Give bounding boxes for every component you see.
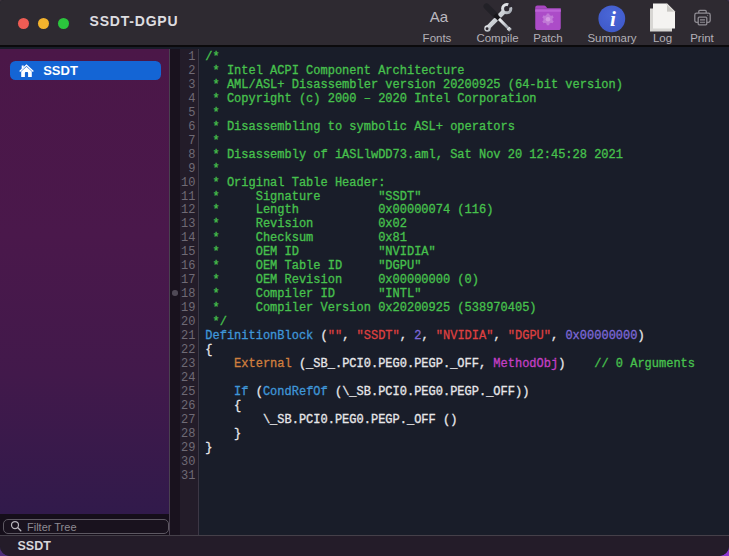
svg-text:i: i [609, 7, 615, 31]
